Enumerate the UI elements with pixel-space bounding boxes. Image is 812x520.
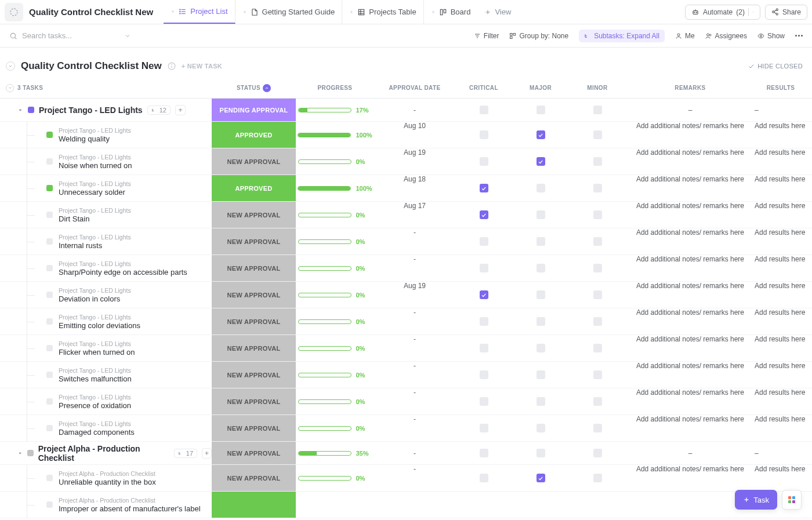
checkbox[interactable] xyxy=(455,255,512,281)
subtask-row[interactable]: Project Alpha - Production ChecklistUnre… xyxy=(0,465,812,492)
tab-projects-table[interactable]: Projects Table xyxy=(342,0,423,24)
checkbox[interactable] xyxy=(569,175,626,201)
subtask-row[interactable]: Project Tango - LED LightsDirt StainNEW … xyxy=(0,202,812,228)
results-cell[interactable]: Add results here xyxy=(755,148,807,174)
remarks-cell[interactable]: Add additional notes/ remarks here xyxy=(626,202,755,228)
checkbox[interactable] xyxy=(569,106,626,114)
checkbox[interactable] xyxy=(455,282,512,308)
subtask-row[interactable]: Project Tango - LED LightsUnnecessary so… xyxy=(0,175,812,202)
date-cell[interactable]: Aug 17 xyxy=(374,202,455,228)
checkbox[interactable] xyxy=(455,465,512,491)
status-cell[interactable]: NEW APPROVAL xyxy=(212,415,296,441)
status-square[interactable] xyxy=(46,372,53,378)
remarks-cell[interactable]: – xyxy=(626,449,755,457)
status-square[interactable] xyxy=(46,132,53,138)
checkbox[interactable] xyxy=(512,106,569,114)
checkbox[interactable] xyxy=(569,228,626,254)
date-cell[interactable]: Aug 19 xyxy=(374,148,455,174)
more-menu[interactable] xyxy=(795,35,803,37)
checkbox[interactable] xyxy=(512,255,569,281)
remarks-cell[interactable]: Add additional notes/ remarks here xyxy=(626,308,755,334)
remarks-cell[interactable]: Add additional notes/ remarks here xyxy=(626,388,755,414)
results-cell[interactable]: Add results here xyxy=(755,175,807,201)
group-row[interactable]: Project Tango - LED Lights12+PENDING APP… xyxy=(0,99,812,122)
new-task-button[interactable]: + NEW TASK xyxy=(182,63,222,70)
status-square[interactable] xyxy=(27,450,33,456)
checkbox[interactable] xyxy=(569,202,626,228)
status-cell[interactable]: NEW APPROVAL xyxy=(212,308,296,334)
checkbox[interactable] xyxy=(512,362,569,388)
status-cell[interactable]: APPROVED xyxy=(212,122,296,148)
add-subtask[interactable]: + xyxy=(202,448,212,459)
subtask-row[interactable]: Project Tango - LED LightsInternal rusts… xyxy=(0,228,812,255)
status-square[interactable] xyxy=(46,318,53,325)
me-button[interactable]: Me xyxy=(675,32,695,40)
date-cell[interactable]: - xyxy=(374,388,455,414)
tab-board[interactable]: Board xyxy=(424,0,478,24)
results-cell[interactable]: – xyxy=(755,106,807,114)
remarks-cell[interactable]: Add additional notes/ remarks here xyxy=(626,282,755,308)
results-cell[interactable]: Add results here xyxy=(755,282,807,308)
status-cell[interactable]: NEW APPROVAL xyxy=(212,335,296,361)
checkbox[interactable] xyxy=(512,122,569,148)
search-input[interactable] xyxy=(22,31,119,40)
status-square[interactable] xyxy=(46,475,53,481)
checkbox[interactable] xyxy=(569,255,626,281)
results-cell[interactable]: Add results here xyxy=(755,228,807,254)
date-cell[interactable]: - xyxy=(374,362,455,388)
remarks-cell[interactable]: Add additional notes/ remarks here xyxy=(626,415,755,441)
results-cell[interactable]: Add results here xyxy=(755,362,807,388)
subtask-row[interactable]: Project Tango - LED LightsDamaged compon… xyxy=(0,415,812,442)
results-cell[interactable]: Add results here xyxy=(755,122,807,148)
checkbox[interactable] xyxy=(455,362,512,388)
subtask-row[interactable]: Project Tango - LED LightsSwitches malfu… xyxy=(0,362,812,388)
checkbox[interactable] xyxy=(455,148,512,174)
results-cell[interactable]: Add results here xyxy=(755,202,807,228)
status-square[interactable] xyxy=(46,398,53,405)
results-cell[interactable]: Add results here xyxy=(755,255,807,281)
checkbox[interactable] xyxy=(455,308,512,334)
apps-button[interactable] xyxy=(782,490,802,510)
results-cell[interactable]: Add results here xyxy=(755,415,807,441)
date-cell[interactable]: - xyxy=(374,106,455,114)
col-approval-date[interactable]: APPROVAL DATE xyxy=(374,85,455,91)
subtask-row[interactable]: Project Tango - LED LightsNoise when tur… xyxy=(0,148,812,175)
date-cell[interactable]: Aug 19 xyxy=(374,282,455,308)
status-cell[interactable]: NEW APPROVAL xyxy=(212,282,296,308)
subtask-row[interactable]: Project Tango - LED LightsPresence of ox… xyxy=(0,388,812,415)
checkbox[interactable] xyxy=(455,388,512,414)
subtask-row[interactable]: Project Tango - LED LightsWelding qualit… xyxy=(0,122,812,148)
col-progress[interactable]: PROGRESS xyxy=(296,85,374,91)
status-cell[interactable]: NEW APPROVAL xyxy=(212,362,296,388)
results-cell[interactable]: Add results here xyxy=(755,308,807,334)
share-button[interactable]: Share xyxy=(765,5,807,20)
status-square[interactable] xyxy=(46,185,53,191)
checkbox[interactable] xyxy=(512,449,569,457)
checkbox[interactable] xyxy=(455,449,512,457)
checkbox[interactable] xyxy=(512,388,569,414)
checkbox[interactable] xyxy=(569,388,626,414)
checkbox[interactable] xyxy=(569,335,626,361)
date-cell[interactable]: Aug 10 xyxy=(374,122,455,148)
col-remarks[interactable]: REMARKS xyxy=(626,85,755,91)
status-square[interactable] xyxy=(46,425,53,431)
status-cell[interactable]: NEW APPROVAL xyxy=(212,255,296,281)
checkbox[interactable] xyxy=(569,148,626,174)
checkbox[interactable] xyxy=(455,335,512,361)
remarks-cell[interactable]: Add additional notes/ remarks here xyxy=(626,175,755,201)
date-cell[interactable]: - xyxy=(374,335,455,361)
col-results[interactable]: RESULTS xyxy=(755,85,807,91)
checkbox[interactable] xyxy=(512,282,569,308)
caret-down-icon[interactable] xyxy=(17,450,23,456)
remarks-cell[interactable]: Add additional notes/ remarks here xyxy=(626,148,755,174)
date-cell[interactable]: - xyxy=(374,308,455,334)
filter-button[interactable]: Filter xyxy=(474,32,499,40)
subtask-row[interactable]: Project Tango - LED LightsEmitting color… xyxy=(0,308,812,335)
col-major[interactable]: MAJOR xyxy=(512,85,569,91)
status-cell[interactable]: NEW APPROVAL xyxy=(212,465,296,491)
checkbox[interactable] xyxy=(569,415,626,441)
checkbox[interactable] xyxy=(569,362,626,388)
status-cell[interactable] xyxy=(212,492,296,518)
remarks-cell[interactable]: Add additional notes/ remarks here xyxy=(626,335,755,361)
status-square[interactable] xyxy=(46,158,53,165)
